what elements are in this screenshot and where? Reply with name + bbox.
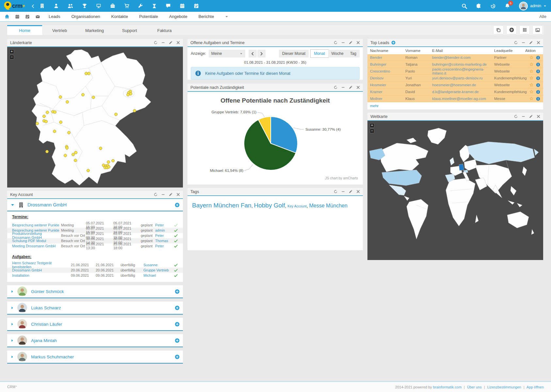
column-header[interactable]: E-Mail xyxy=(432,49,494,53)
nav-item-angebote[interactable]: Angebote xyxy=(169,14,187,19)
minimize-icon[interactable] xyxy=(341,86,345,89)
caret-right-icon[interactable] xyxy=(10,339,14,342)
notifications-bell-icon[interactable]: 5 xyxy=(505,3,510,8)
dieser-monat-button[interactable]: Dieser Monat xyxy=(279,50,309,57)
country-mexico[interactable] xyxy=(389,185,406,195)
lead-row[interactable]: Crescentino Paolo paolo.crescentino@inge… xyxy=(367,68,543,75)
minimize-icon[interactable] xyxy=(161,193,165,196)
lead-nachname[interactable]: Crescentino xyxy=(370,69,405,73)
app-logo[interactable]: crm+ xyxy=(3,1,25,11)
edit-pencil-icon[interactable] xyxy=(529,41,533,44)
aufgabe-title[interactable]: Herrn Schwarz Testgerät bereitstellen xyxy=(12,261,71,269)
country-germany[interactable] xyxy=(459,164,464,171)
lead-nachname[interactable]: Hosmeier xyxy=(370,83,405,87)
country-usa[interactable] xyxy=(382,170,422,186)
country-russia[interactable] xyxy=(467,142,535,164)
aufgabe-owner[interactable]: Michael xyxy=(143,273,172,277)
info-icon[interactable] xyxy=(536,69,540,74)
tag-link[interactable]: Key Account xyxy=(287,204,306,208)
trophy-icon[interactable] xyxy=(82,3,87,8)
lead-row[interactable]: Mollner Klaus klaus.moellner@moeller-ag.… xyxy=(367,95,543,102)
refresh-icon[interactable] xyxy=(334,190,337,193)
info-icon[interactable] xyxy=(536,76,540,80)
lead-row[interactable]: Kramer David d.k@landgeraete-kramer.de K… xyxy=(367,89,543,95)
lead-row[interactable]: Buhringer Tatjana buhringer@colonia-mark… xyxy=(367,61,543,68)
tab-home[interactable]: Home xyxy=(7,25,42,35)
check-icon[interactable] xyxy=(172,263,178,267)
check-icon[interactable] xyxy=(172,244,178,248)
close-icon[interactable] xyxy=(537,41,540,44)
key-account-company-row[interactable]: Drossmann GmbH xyxy=(7,199,183,211)
info-icon[interactable] xyxy=(536,62,540,67)
star-icon[interactable] xyxy=(529,62,533,66)
history-icon[interactable] xyxy=(490,3,496,9)
company-link[interactable]: Drossmann GmbH xyxy=(27,202,67,207)
zoom-out-button[interactable]: − xyxy=(9,55,14,59)
tag-link[interactable]: Bayern München Fan xyxy=(192,202,251,209)
edit-pencil-icon[interactable] xyxy=(169,193,172,196)
refresh-icon[interactable] xyxy=(154,193,157,196)
termin-owner[interactable]: Peter xyxy=(155,223,172,227)
close-icon[interactable] xyxy=(176,41,180,44)
building-icon[interactable] xyxy=(40,3,45,8)
edit-pencil-icon[interactable] xyxy=(169,41,172,44)
check-icon[interactable] xyxy=(172,268,178,272)
caret-right-icon[interactable] xyxy=(10,355,14,359)
collapse-menu-chevron-left-icon[interactable] xyxy=(31,4,35,8)
info-icon[interactable] xyxy=(536,97,540,101)
add-widget-button[interactable] xyxy=(507,26,516,34)
check-icon[interactable] xyxy=(172,234,178,238)
termin-owner[interactable]: admin xyxy=(155,228,172,232)
wrench-icon[interactable] xyxy=(138,4,143,8)
lead-nachname[interactable]: Buhringer xyxy=(370,62,405,66)
refresh-icon[interactable] xyxy=(514,41,518,44)
star-icon[interactable] xyxy=(529,97,533,101)
envelope-icon[interactable] xyxy=(35,14,40,19)
key-account-contact-row[interactable]: Günter Schmück xyxy=(7,285,183,298)
contact-link[interactable]: Günter Schmück xyxy=(31,289,64,294)
more-link[interactable]: mehr xyxy=(367,102,543,109)
edit-pencil-icon[interactable] xyxy=(529,115,533,118)
lead-nachname[interactable]: Bender xyxy=(370,56,405,59)
contact-icon[interactable] xyxy=(54,3,59,8)
calendar-icon[interactable] xyxy=(15,14,20,19)
zoom-in-button[interactable]: + xyxy=(370,123,374,128)
contact-link[interactable]: Christian Läufer xyxy=(31,322,62,327)
screen-icon[interactable] xyxy=(96,3,101,8)
lead-row[interactable]: Hosmeier Jonathan hoesmeier@hoesmeier.de… xyxy=(367,82,543,89)
tag-link[interactable]: Hobby Golf xyxy=(254,202,285,209)
nav-item-potentiale[interactable]: Potentiale xyxy=(139,14,158,19)
add-plus-circle-icon[interactable] xyxy=(175,322,180,327)
tab-vertrieb[interactable]: Vertrieb xyxy=(42,25,77,35)
lead-row[interactable]: Denisov Yuri yuri.denisov@parts-denisov.… xyxy=(367,75,543,82)
aufgabe-row[interactable]: Installation 09.06.2021 09.06.2021 überf… xyxy=(7,273,183,278)
tab-marketing[interactable]: Marketing xyxy=(77,25,112,35)
caret-right-icon[interactable] xyxy=(10,306,14,310)
termin-title[interactable]: Produktvorstellung Drossmann GmbH xyxy=(12,232,61,239)
zoom-out-button[interactable]: − xyxy=(370,129,374,133)
nav-item-organisationen[interactable]: Organisationen xyxy=(71,14,100,19)
germany-map[interactable]: + − xyxy=(7,47,183,188)
next-month-button[interactable] xyxy=(257,50,266,57)
key-account-contact-row[interactable]: Lukas Schwarz xyxy=(7,302,183,315)
tag-link[interactable]: Messe München xyxy=(309,203,347,208)
scope-label[interactable]: Alle xyxy=(539,14,546,19)
termin-owner[interactable]: Peter xyxy=(155,244,172,248)
key-account-contact-row[interactable]: Christian Läufer xyxy=(7,318,183,331)
key-account-contact-row[interactable]: Markus Schuhmacher xyxy=(7,351,183,364)
background-image-button[interactable] xyxy=(533,26,543,34)
caret-right-icon[interactable] xyxy=(10,322,14,326)
calendar-icon[interactable] xyxy=(180,3,185,8)
calendar-check-icon[interactable] xyxy=(25,14,30,19)
lead-email[interactable]: d.k@landgeraete-kramer.de xyxy=(432,90,494,94)
caret-down-icon[interactable] xyxy=(10,203,15,207)
footer-link-license[interactable]: Lizenzbestimmungen xyxy=(487,385,521,389)
termin-title[interactable]: Meeting Drossmann GmbH xyxy=(12,244,61,248)
minimize-icon[interactable] xyxy=(341,190,345,193)
minimize-icon[interactable] xyxy=(522,41,525,44)
check-icon[interactable] xyxy=(172,223,178,227)
lead-row[interactable]: Bender Roman bender@bender-it.com Partne… xyxy=(367,54,543,61)
briefcase-icon[interactable] xyxy=(110,3,115,8)
lead-email[interactable]: bender@bender-it.com xyxy=(432,56,494,59)
add-plus-circle-icon[interactable] xyxy=(175,305,180,310)
